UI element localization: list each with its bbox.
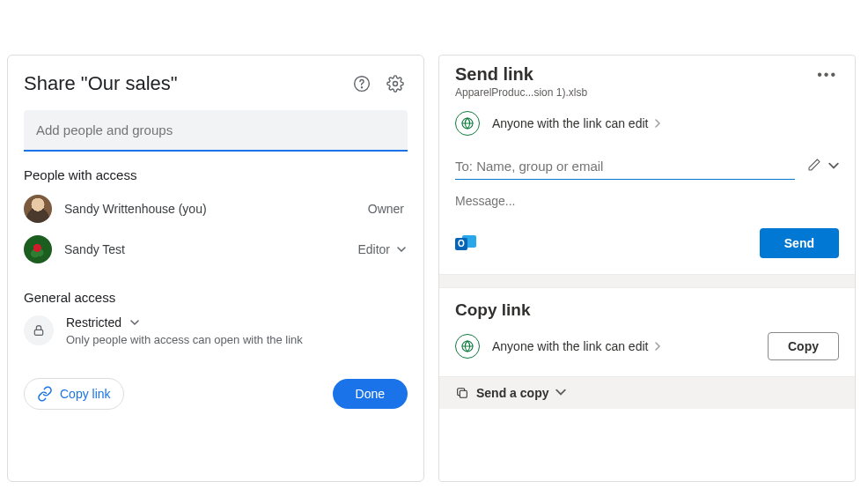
header: Send link ••• (455, 64, 839, 85)
link-permission-selector[interactable]: Anyone with the link can edit (455, 111, 839, 136)
general-access-label: General access (24, 290, 408, 305)
link-icon (37, 386, 53, 402)
svg-rect-3 (34, 330, 42, 335)
person-row: Sandy Writtenhouse (you) Owner (24, 195, 408, 223)
link-permission-label: Anyone with the link can edit (492, 339, 648, 353)
person-name: Sandy Test (64, 242, 357, 256)
copy-link-button[interactable]: Copy link (24, 378, 124, 410)
divider (439, 274, 855, 288)
svg-point-1 (362, 87, 363, 88)
header: Share "Our sales" (24, 71, 408, 96)
send-a-copy-label: Send a copy (476, 386, 548, 400)
avatar (24, 195, 52, 223)
person-role: Owner (368, 202, 404, 216)
chevron-down-icon (130, 318, 139, 327)
link-permission-label: Anyone with the link can edit (492, 116, 648, 130)
svg-point-2 (394, 82, 398, 86)
google-share-dialog: Share "Our sales" People with access San… (7, 55, 424, 482)
access-scope-dropdown[interactable]: Restricted (66, 315, 303, 330)
message-input[interactable] (455, 194, 839, 208)
link-permission-selector[interactable]: Anyone with the link can edit (455, 334, 662, 359)
globe-icon (455, 334, 480, 359)
copy-icon (455, 386, 469, 400)
dialog-title: Share "Our sales" (24, 72, 341, 95)
pencil-icon[interactable] (807, 158, 821, 175)
person-row: Sandy Test Editor (24, 235, 408, 263)
access-scope-description: Only people with access can open with th… (66, 333, 303, 346)
chevron-right-icon (653, 115, 662, 131)
outlook-icon[interactable]: O (455, 233, 476, 254)
avatar (24, 235, 52, 263)
access-scope-label: Restricted (66, 315, 121, 330)
role-dropdown-label: Editor (357, 242, 390, 256)
help-icon[interactable] (349, 71, 374, 96)
copy-button[interactable]: Copy (768, 332, 839, 360)
copy-link-title: Copy link (455, 300, 839, 320)
add-people-input[interactable] (24, 110, 408, 152)
chevron-right-icon (653, 338, 662, 354)
filename: ApparelProduc...sion 1).xlsb (455, 86, 839, 99)
people-with-access-label: People with access (24, 167, 408, 182)
dialog-footer: Copy link Done (24, 378, 408, 410)
chevron-down-icon (555, 386, 573, 400)
svg-rect-6 (460, 390, 467, 397)
gear-icon[interactable] (383, 71, 408, 96)
ms-send-link-dialog: Send link ••• ApparelProduc...sion 1).xl… (438, 55, 856, 482)
chevron-down-icon (397, 245, 406, 254)
copy-link-label: Copy link (60, 387, 111, 401)
role-dropdown[interactable]: Editor (357, 242, 406, 256)
send-button[interactable]: Send (760, 228, 839, 258)
done-button[interactable]: Done (333, 379, 408, 409)
chevron-down-icon[interactable] (828, 159, 839, 174)
person-name: Sandy Writtenhouse (you) (64, 202, 368, 216)
recipients-input[interactable] (455, 153, 795, 180)
globe-icon (455, 111, 480, 136)
send-a-copy-toggle[interactable]: Send a copy (439, 376, 855, 409)
general-access-row: Restricted Only people with access can o… (24, 315, 408, 346)
lock-icon (24, 315, 54, 345)
dialog-title: Send link (455, 64, 815, 85)
more-options-icon[interactable]: ••• (815, 67, 839, 83)
